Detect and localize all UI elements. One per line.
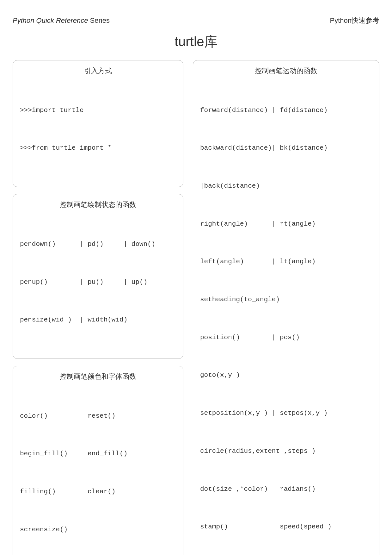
header-left: Python Quick Reference Series xyxy=(13,16,110,25)
page-header: Python Quick Reference Series Python快速参考 xyxy=(13,16,379,25)
code-line: color() reset() xyxy=(20,410,176,422)
page-title: turtle库 xyxy=(13,33,379,51)
card-import: 引入方式 >>>import turtle >>>from turtle imp… xyxy=(13,60,183,187)
code-line: backward(distance)| bk(distance) xyxy=(200,142,372,154)
code-line: right(angle) | rt(angle) xyxy=(200,218,372,230)
card-motion-title: 控制画笔运动的函数 xyxy=(200,66,372,76)
code-line: begin_fill() end_fill() xyxy=(20,447,176,460)
code-line: filling() clear() xyxy=(20,485,176,498)
card-import-body: >>>import turtle >>>from turtle import * xyxy=(20,79,176,180)
card-import-title: 引入方式 xyxy=(20,66,176,76)
main-columns: 引入方式 >>>import turtle >>>from turtle imp… xyxy=(13,60,379,555)
code-line: dot(size ,*color) radians() xyxy=(200,483,372,496)
card-motion: 控制画笔运动的函数 forward(distance) | fd(distanc… xyxy=(193,60,379,555)
code-line: goto(x,y ) xyxy=(200,369,372,382)
card-colorfont: 控制画笔颜色和字体函数 color() reset() begin_fill()… xyxy=(13,366,183,555)
series-title-italic: Python Quick Reference xyxy=(13,16,88,24)
code-line: >>>from turtle import * xyxy=(20,142,176,154)
card-penstate: 控制画笔绘制状态的函数 pendown() | pd() | down() pe… xyxy=(13,194,183,359)
right-column: 控制画笔运动的函数 forward(distance) | fd(distanc… xyxy=(193,60,379,555)
code-line: forward(distance) | fd(distance) xyxy=(200,104,372,117)
code-line: screensize() xyxy=(20,523,176,536)
left-column: 引入方式 >>>import turtle >>>from turtle imp… xyxy=(13,60,183,555)
card-colorfont-title: 控制画笔颜色和字体函数 xyxy=(20,372,176,381)
card-penstate-body: pendown() | pd() | down() penup() | pu()… xyxy=(20,213,176,352)
card-penstate-title: 控制画笔绘制状态的函数 xyxy=(20,200,176,209)
code-line: circle(radius,extent ,steps ) xyxy=(200,445,372,458)
code-line: |back(distance) xyxy=(200,180,372,192)
card-motion-body: forward(distance) | fd(distance) backwar… xyxy=(200,79,372,555)
card-colorfont-body: color() reset() begin_fill() end_fill() … xyxy=(20,384,176,555)
code-line: setheading(to_angle) xyxy=(200,293,372,306)
code-line: penup() | pu() | up() xyxy=(20,276,176,289)
series-title-regular: Series xyxy=(88,16,109,24)
code-line: pensize(wid ) | width(wid) xyxy=(20,314,176,326)
code-line: setposition(x,y ) | setpos(x,y ) xyxy=(200,407,372,420)
header-right: Python快速参考 xyxy=(330,16,380,25)
code-line: left(angle) | lt(angle) xyxy=(200,255,372,268)
code-line: pendown() | pd() | down() xyxy=(20,238,176,251)
code-line: position() | pos() xyxy=(200,331,372,344)
code-line: stamp() speed(speed ) xyxy=(200,521,372,533)
code-line: >>>import turtle xyxy=(20,104,176,117)
